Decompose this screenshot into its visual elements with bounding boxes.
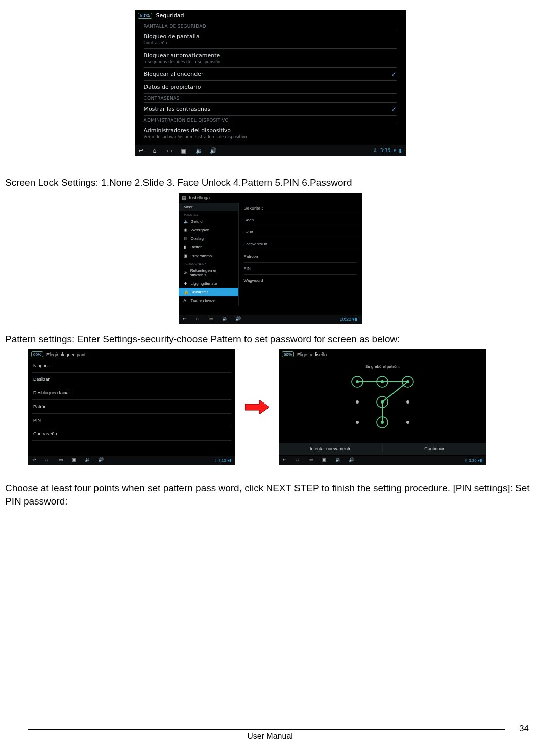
sidebar-item-battery[interactable]: ▮Batterij — [179, 243, 238, 251]
svg-marker-0 — [245, 400, 269, 414]
sidebar-item-accounts[interactable]: ⟳Rekeningen en sinkronis... — [179, 266, 238, 279]
home-icon[interactable]: ⌂ — [153, 147, 160, 154]
system-navbar: ↩ ⌂ ▭ ▣ 🔉 🔊 ⇩ 3:10 ▾▮ — [28, 456, 235, 465]
screenshot-icon[interactable]: ▣ — [322, 457, 329, 463]
volume-down-icon[interactable]: 🔉 — [222, 316, 229, 322]
settings-sidebar: Meer... TOESTEL 🔈Geluid ◉Weergave ▤Opsla… — [179, 203, 239, 306]
lock-option-face[interactable]: Desbloqueo facial — [32, 386, 231, 400]
sidebar-item-sound[interactable]: 🔈Geluid — [179, 217, 238, 226]
battery-badge: 60% — [31, 351, 43, 357]
item-sub: 5 segundos después de la suspensión — [144, 60, 397, 64]
home-icon[interactable]: ⌂ — [196, 316, 203, 322]
sidebar-item-security[interactable]: 🔒Sekuriteit — [179, 288, 238, 296]
sidebar-item-display[interactable]: ◉Weergave — [179, 226, 238, 234]
sidebar-item-label: Rekeningen en sinkronis... — [190, 268, 233, 277]
notif-icon: ⇩ — [373, 148, 377, 153]
check-icon: ✓ — [391, 71, 396, 78]
svg-point-10 — [406, 380, 409, 383]
sidebar-item-label: Taal en invoer — [191, 298, 216, 303]
pattern-status-msg: Se grabó el patrón. — [279, 359, 486, 372]
sidebar-item-language[interactable]: ATaal en invoer — [179, 296, 238, 305]
back-icon[interactable]: ↩ — [183, 316, 190, 322]
lock-option-slide[interactable]: Deslizar — [32, 373, 231, 386]
screen-title: Elegir bloqueo pant. — [46, 352, 87, 357]
recent-icon[interactable]: ▭ — [167, 147, 174, 154]
sidebar-item-location[interactable]: ✚Liggingdienste — [179, 279, 238, 288]
sidebar-item-label: Weergave — [191, 228, 209, 232]
item-screen-lock[interactable]: Bloqueo de pantalla Contraseña — [144, 30, 397, 49]
language-icon: A — [184, 298, 188, 303]
item-title: Administradores del dispositivo — [144, 127, 397, 134]
screenshot-settings-two-pane: ▤ Instellinga Meer... TOESTEL 🔈Geluid ◉W… — [179, 193, 362, 324]
volume-up-icon[interactable]: 🔊 — [210, 147, 217, 154]
pattern-grid[interactable] — [342, 372, 423, 432]
system-navbar: ↩ ⌂ ▭ 🔉 🔊 10:22 ▾▮ — [179, 315, 362, 324]
apps-icon: ▣ — [184, 254, 188, 258]
sound-icon: 🔈 — [184, 219, 188, 223]
lock-option-password[interactable]: Contraseña — [32, 427, 231, 441]
item-show-passwords[interactable]: Mostrar las contraseñas ✓ — [144, 103, 397, 116]
footer-title: User Manual — [5, 732, 535, 741]
item-title: Mostrar las contraseñas — [144, 106, 397, 112]
recent-icon[interactable]: ▭ — [309, 457, 316, 463]
check-icon: ✓ — [391, 106, 396, 113]
back-icon[interactable]: ↩ — [139, 147, 146, 154]
retry-button[interactable]: Intentar nuevamente — [279, 443, 383, 455]
screenshot-icon[interactable]: ▣ — [72, 457, 79, 463]
settings-right-pane: Sekuriteit Geen Skuif Face-ontsluit Patr… — [239, 203, 362, 306]
sidebar-item-label: Geluid — [191, 219, 203, 224]
item-auto-lock[interactable]: Bloquear automáticamente 5 segundos desp… — [144, 49, 397, 68]
screenshot-icon[interactable]: ▣ — [181, 147, 188, 154]
sidebar-item-storage[interactable]: ▤Opslag — [179, 234, 238, 243]
lock-option-none[interactable]: Geen — [244, 214, 357, 226]
sidebar-item-label: Opslag — [191, 236, 204, 241]
item-device-admins[interactable]: Administradores del dispositivo Ver o de… — [144, 124, 397, 142]
volume-up-icon[interactable]: 🔊 — [235, 316, 242, 322]
screen-title: Instellinga — [189, 195, 210, 200]
settings-icon: ▤ — [182, 195, 186, 200]
home-icon[interactable]: ⌂ — [296, 457, 303, 463]
sidebar-item-apps[interactable]: ▣Programma — [179, 251, 238, 260]
recent-icon[interactable]: ▭ — [59, 457, 66, 463]
lock-option-slide[interactable]: Skuif — [244, 226, 357, 238]
volume-up-icon[interactable]: 🔊 — [349, 457, 356, 463]
footer-rule — [28, 729, 505, 730]
item-sub: Ver o desactivar los administradores de … — [144, 135, 397, 139]
volume-down-icon[interactable]: 🔉 — [335, 457, 342, 463]
status-clock: 3:10 — [218, 458, 226, 463]
item-title: Bloquear automáticamente — [144, 52, 397, 59]
section-header-device-admin: ADMINISTRACIÓN DEL DISPOSITIVO — [144, 116, 397, 124]
wifi-icon: ▾ — [394, 148, 396, 153]
lock-option-face[interactable]: Face-ontsluit — [244, 238, 357, 250]
lock-option-pattern[interactable]: Patroon — [244, 250, 357, 262]
svg-point-13 — [381, 400, 384, 404]
sidebar-more[interactable]: Meer... — [179, 203, 238, 211]
lock-option-none[interactable]: Ninguna — [32, 359, 231, 373]
item-owner-info[interactable]: Datos de propietario — [144, 81, 397, 94]
recent-icon[interactable]: ▭ — [209, 316, 216, 322]
svg-line-3 — [382, 382, 408, 402]
sidebar-item-backup[interactable]: ↻Rugsteun en stel terug — [179, 305, 238, 306]
volume-down-icon[interactable]: 🔉 — [195, 147, 203, 154]
lock-option-pin[interactable]: PIN — [244, 262, 357, 274]
svg-point-17 — [381, 421, 384, 424]
screen-title: Seguridad — [156, 12, 184, 19]
status-clock: 10:22 — [339, 317, 351, 322]
lock-option-password[interactable]: Wagwoord — [244, 274, 357, 286]
continue-button[interactable]: Continuar — [383, 443, 486, 455]
status-clock: 3:36 — [380, 148, 390, 153]
home-icon[interactable]: ⌂ — [45, 457, 53, 463]
back-icon[interactable]: ↩ — [32, 457, 39, 463]
screenshot-security-settings: 60% Seguridad PANTALLA DE SEGURIDAD Bloq… — [135, 10, 406, 156]
sidebar-cat-personal: PERSOONLIJK — [179, 260, 238, 266]
back-icon[interactable]: ↩ — [283, 457, 290, 463]
arrow-icon — [244, 397, 270, 417]
svg-point-18 — [406, 421, 409, 424]
volume-up-icon[interactable]: 🔊 — [98, 457, 105, 463]
lock-option-pin[interactable]: PIN — [32, 414, 231, 427]
item-lock-on-power[interactable]: Bloquear al encender ✓ — [144, 68, 397, 81]
system-navbar: ↩ ⌂ ▭ ▣ 🔉 🔊 ⇩ 3:36 ▾ ▮ — [135, 145, 406, 156]
lock-option-pattern[interactable]: Patrón — [32, 400, 231, 414]
sidebar-item-label: Programma — [191, 254, 212, 258]
volume-down-icon[interactable]: 🔉 — [85, 457, 92, 463]
